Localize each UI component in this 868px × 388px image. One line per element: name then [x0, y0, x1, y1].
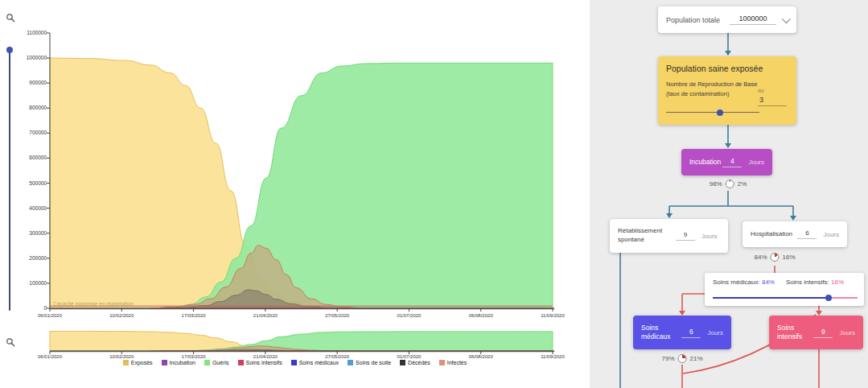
- care-split-slider-handle[interactable]: [825, 295, 832, 301]
- x-tick-label: 21/04/2020: [245, 313, 286, 318]
- split-right-percent: 2%: [738, 180, 747, 188]
- split-left-percent: 79%: [661, 355, 674, 362]
- r0-field: R0 3: [758, 89, 787, 106]
- x-tick-label: 11/09/2020: [533, 354, 573, 359]
- y-tick-label: 400000: [13, 205, 47, 211]
- legend-swatch-icon: [238, 360, 244, 365]
- split-right-percent: 16%: [783, 254, 796, 261]
- care-split-slider[interactable]: [713, 297, 858, 299]
- legend-label: Guéris: [212, 360, 229, 365]
- y-tick-label: 700000: [13, 130, 47, 135]
- x-tick-label: 06/08/2020: [461, 354, 501, 359]
- x-tick-label: 06/01/2020: [30, 313, 70, 318]
- incubation-card: Incubation 4 Jours: [681, 149, 772, 175]
- medical-share-value: 84%: [762, 279, 775, 286]
- hospitalisation-label: Hospitalisation: [751, 230, 797, 239]
- legend-item[interactable]: Infectés: [439, 360, 467, 365]
- chart-panel: 0100000200000300000400000500000600000700…: [0, 0, 590, 388]
- population-total-input[interactable]: 1000000: [730, 14, 776, 25]
- legend-label: Soins médicaux: [299, 360, 339, 365]
- epidemic-simulator-app: 0100000200000300000400000500000600000700…: [0, 0, 868, 388]
- split-left-percent: 84%: [754, 254, 767, 261]
- intensive-share-value: 16%: [831, 279, 844, 286]
- incubation-split-row: 98% 2%: [710, 180, 747, 188]
- legend-swatch-icon: [204, 360, 210, 365]
- y-tick-label: 500000: [13, 180, 47, 186]
- medical-care-unit-label: Jours: [707, 329, 723, 336]
- exposed-population-card: Population saine exposée Nombre de Repro…: [658, 56, 796, 125]
- legend-label: Soins de suite: [356, 360, 391, 365]
- y-tick-label: 1100000: [13, 30, 47, 35]
- legend-swatch-icon: [123, 360, 129, 365]
- x-tick-label: 17/03/2020: [174, 354, 214, 359]
- legend-swatch-icon: [400, 360, 405, 365]
- care-split-values: Soins médicaux: 84% Soins intensifs: 16%: [713, 279, 856, 286]
- legend-item[interactable]: Soins de suite: [348, 360, 391, 365]
- x-tick-label: 21/04/2020: [245, 354, 286, 359]
- intensive-care-card: Soins intensifs 9 Jours: [769, 316, 863, 349]
- legend-item[interactable]: Incubation: [162, 360, 195, 365]
- x-tick-label: 06/08/2020: [461, 313, 501, 318]
- y-tick-label: 200000: [13, 255, 47, 261]
- legend-swatch-icon: [348, 360, 353, 365]
- split-pie-icon: [678, 354, 687, 363]
- intensive-care-unit-label: Jours: [839, 329, 855, 336]
- legend-item[interactable]: Décédés: [400, 360, 430, 365]
- legend-label: Soins intensifs: [246, 360, 282, 365]
- y-tick-label: 1000000: [13, 55, 47, 60]
- exposed-population-title: Population saine exposée: [666, 64, 788, 73]
- legend-item[interactable]: Soins intensifs: [238, 360, 282, 365]
- split-pie-icon: [726, 180, 734, 188]
- legend-item[interactable]: Soins médicaux: [291, 360, 339, 365]
- recovery-label: Rétablissement spontané: [618, 227, 676, 245]
- legend-label: Infectés: [447, 360, 467, 365]
- x-tick-label: 06/01/2020: [30, 354, 70, 359]
- x-tick-label: 17/03/2020: [174, 313, 214, 318]
- care-split-tooltip: Soins médicaux: 84% Soins intensifs: 16%: [705, 273, 864, 306]
- medical-share: Soins médicaux: 84%: [713, 279, 775, 286]
- incubation-label: Incubation: [689, 158, 722, 167]
- y-tick-label: 0: [13, 305, 47, 311]
- population-total-label: Population totale: [666, 16, 720, 24]
- y-tick-label: 900000: [13, 80, 47, 85]
- capacity-annotation: Capacité maximale en réanimation: [53, 301, 134, 307]
- intensive-care-days-input[interactable]: 9: [813, 328, 833, 338]
- legend-item[interactable]: Exposés: [123, 360, 153, 365]
- hospitalisation-days-input[interactable]: 6: [797, 229, 817, 239]
- r0-slider[interactable]: [666, 112, 759, 114]
- hospitalisation-unit-label: Jours: [823, 231, 839, 238]
- x-tick-label: 01/07/2020: [389, 313, 429, 318]
- intensive-care-label: Soins intensifs: [777, 324, 813, 342]
- medical-care-card: Soins médicaux 6 Jours: [633, 316, 731, 349]
- legend-swatch-icon: [439, 360, 445, 365]
- incubation-unit-label: Jours: [748, 159, 764, 166]
- x-tick-label: 11/09/2020: [533, 313, 573, 318]
- legend-label: Exposés: [131, 360, 153, 365]
- chart-legend: ExposésIncubationGuérisSoins intensifsSo…: [0, 360, 590, 365]
- y-tick-label: 600000: [13, 155, 47, 160]
- split-right-percent: 21%: [690, 355, 703, 362]
- split-left-percent: 98%: [710, 180, 722, 188]
- intensive-share: Soins intensifs: 16%: [786, 279, 844, 286]
- r0-input[interactable]: 3: [758, 93, 787, 106]
- y-tick-label: 300000: [13, 230, 47, 236]
- legend-label: Décédés: [408, 360, 430, 365]
- legend-swatch-icon: [162, 360, 167, 365]
- population-total-card: Population totale 1000000: [658, 6, 796, 33]
- r0-slider-handle[interactable]: [717, 109, 723, 116]
- medical-split-row: 79% 21%: [661, 354, 702, 363]
- y-tick-label: 800000: [13, 105, 47, 110]
- legend-item[interactable]: Guéris: [204, 360, 229, 365]
- chevron-down-icon[interactable]: [782, 14, 791, 23]
- spontaneous-recovery-card: Rétablissement spontané 9 Jours: [610, 219, 728, 253]
- intensive-share-label: Soins intensifs:: [786, 279, 829, 286]
- x-tick-label: 01/07/2020: [389, 354, 429, 359]
- incubation-days-input[interactable]: 4: [722, 157, 742, 167]
- r0-slider-label: Nombre de Reproduction de Base (taux de …: [666, 80, 761, 99]
- epidemic-area-chart[interactable]: [0, 0, 590, 388]
- medical-care-days-input[interactable]: 6: [681, 328, 701, 338]
- recovery-days-input[interactable]: 9: [676, 231, 695, 241]
- x-tick-label: 27/05/2020: [317, 313, 357, 318]
- hospitalisation-card: Hospitalisation 6 Jours: [743, 221, 847, 247]
- hospital-split-row: 84% 16%: [754, 253, 795, 262]
